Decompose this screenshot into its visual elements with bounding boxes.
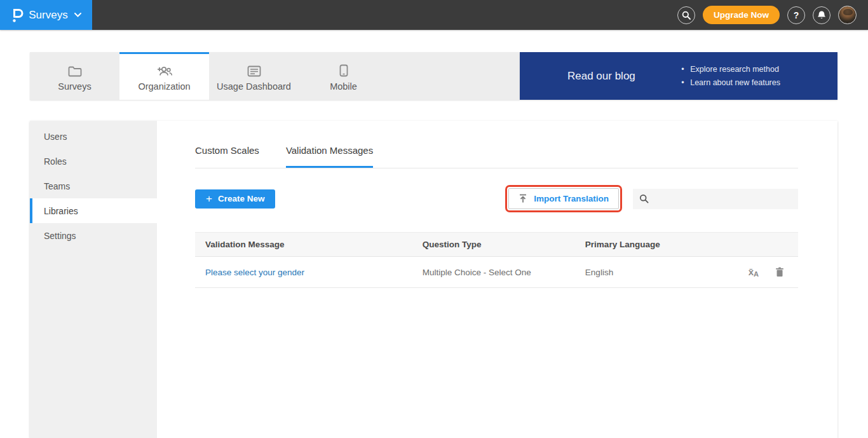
mobile-icon	[339, 63, 348, 77]
import-translation-label: Import Translation	[534, 194, 609, 203]
table-search[interactable]	[633, 189, 798, 209]
blog-banner-title: Read our blog	[567, 70, 635, 83]
folder-icon	[68, 63, 82, 77]
upgrade-now-button[interactable]: Upgrade Now	[703, 6, 780, 24]
blog-banner[interactable]: Read our blog Explore research method Le…	[520, 52, 837, 100]
toolbar: + Create New Import Translation	[195, 188, 798, 209]
sidebar-item-roles[interactable]: Roles	[30, 149, 157, 174]
tab-custom-scales[interactable]: Custom Scales	[195, 145, 259, 168]
notifications-button[interactable]	[813, 6, 831, 24]
search-button[interactable]	[677, 6, 695, 24]
primary-language-cell: English	[575, 257, 720, 288]
question-type-cell: Multiple Choice - Select One	[412, 257, 575, 288]
search-icon	[639, 194, 649, 203]
help-button[interactable]: ?	[787, 6, 805, 24]
nav-item-mobile[interactable]: Mobile	[299, 52, 388, 100]
row-actions: x̄A	[730, 266, 788, 278]
column-question-type: Question Type	[412, 233, 575, 257]
nav-item-label: Organization	[138, 81, 190, 92]
org-sidebar: Users Roles Teams Libraries Settings	[30, 121, 157, 438]
nav-item-label: Usage Dashboard	[217, 81, 291, 92]
blog-banner-bullet: Explore research method	[681, 63, 780, 76]
chevron-down-icon	[74, 13, 81, 17]
product-label: Surveys	[29, 9, 67, 22]
create-new-label: Create New	[218, 194, 265, 203]
sidebar-item-users[interactable]: Users	[30, 124, 157, 149]
nav-item-organization[interactable]: Organization	[119, 52, 209, 100]
top-bar: Surveys Upgrade Now ?	[0, 0, 868, 30]
column-primary-language: Primary Language	[575, 233, 720, 257]
validation-message-link[interactable]: Please select your gender	[205, 268, 304, 277]
toolbar-right: Import Translation	[508, 188, 798, 209]
search-input[interactable]	[654, 194, 787, 203]
nav-item-usage-dashboard[interactable]: Usage Dashboard	[209, 52, 299, 100]
libraries-main: Custom Scales Validation Messages + Crea…	[157, 121, 837, 438]
column-validation-message: Validation Message	[195, 233, 412, 257]
tab-validation-messages[interactable]: Validation Messages	[286, 145, 373, 168]
section-nav: Surveys Organization Usage Dashboard	[30, 52, 837, 100]
table-header-row: Validation Message Question Type Primary…	[195, 233, 798, 257]
create-new-button[interactable]: + Create New	[195, 189, 275, 209]
content-panel: Users Roles Teams Libraries Settings Cus…	[30, 121, 837, 438]
upload-icon	[519, 194, 527, 203]
questionpro-logo-icon	[11, 7, 24, 24]
import-translation-button[interactable]: Import Translation	[508, 188, 619, 209]
nav-item-label: Mobile	[330, 81, 357, 92]
blog-banner-bullet: Learn about new features	[681, 76, 780, 90]
column-actions	[720, 233, 798, 257]
table-row: Please select your gender Multiple Choic…	[195, 257, 798, 288]
dashboard-icon	[247, 63, 261, 77]
sidebar-item-teams[interactable]: Teams	[30, 174, 157, 198]
nav-cards: Surveys Organization Usage Dashboard	[30, 52, 520, 100]
nav-item-label: Surveys	[58, 81, 91, 92]
plus-icon: +	[206, 193, 212, 205]
user-avatar[interactable]	[838, 6, 857, 24]
person-add-icon	[156, 63, 173, 77]
delete-icon[interactable]	[775, 267, 784, 277]
sidebar-item-libraries[interactable]: Libraries	[30, 198, 157, 223]
blog-banner-bullets: Explore research method Learn about new …	[681, 63, 780, 90]
library-tabs: Custom Scales Validation Messages	[195, 145, 798, 168]
translate-icon[interactable]: x̄A	[749, 266, 759, 278]
validation-messages-table: Validation Message Question Type Primary…	[195, 232, 798, 288]
product-switcher[interactable]: Surveys	[0, 0, 92, 30]
nav-item-surveys[interactable]: Surveys	[30, 52, 119, 100]
sidebar-item-settings[interactable]: Settings	[30, 223, 157, 248]
topbar-actions: Upgrade Now ?	[677, 6, 868, 24]
